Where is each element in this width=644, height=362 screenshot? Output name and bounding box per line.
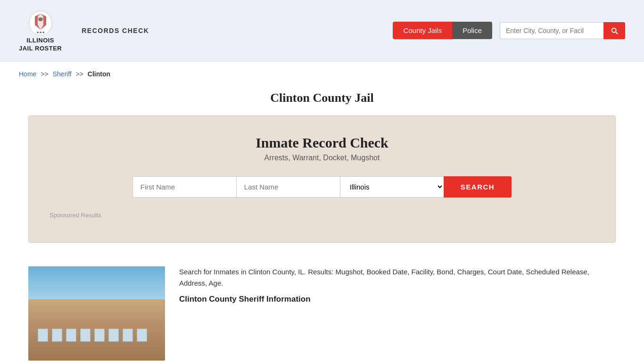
search-icon — [610, 26, 619, 35]
info-description: Search for Inmates in Clinton County, IL… — [179, 266, 616, 289]
county-jails-button[interactable]: County Jails — [393, 22, 452, 39]
jail-window — [94, 329, 105, 342]
last-name-input[interactable] — [236, 176, 340, 197]
site-logo[interactable]: ★★★ ILLINOISJAIL ROSTER — [19, 8, 62, 53]
info-text-area: Search for Inmates in Clinton County, IL… — [179, 266, 616, 307]
breadcrumb-current: Clinton — [88, 70, 110, 78]
first-name-input[interactable] — [132, 176, 236, 197]
inmate-search-button[interactable]: SEARCH — [444, 176, 512, 197]
page-title-area: Clinton County Jail — [0, 82, 644, 115]
site-header: ★★★ ILLINOISJAIL ROSTER RECORDS CHECK Co… — [0, 0, 644, 62]
jail-window — [108, 329, 119, 342]
jail-window — [38, 329, 48, 342]
jail-window — [52, 329, 62, 342]
photo-sky — [28, 266, 165, 302]
illinois-seal-icon: ★★★ — [28, 9, 53, 36]
jail-window — [123, 329, 133, 342]
state-select[interactable]: Illinois Alabama Alaska Arizona Arkansas… — [340, 176, 444, 197]
inmate-search-form: Illinois Alabama Alaska Arizona Arkansas… — [48, 176, 596, 197]
svg-point-3 — [38, 17, 43, 21]
header-right: County Jails Police — [393, 22, 625, 39]
svg-text:★★★: ★★★ — [36, 31, 45, 34]
jail-photo — [28, 266, 165, 361]
header-search-button[interactable] — [603, 22, 625, 39]
header-search-input[interactable] — [500, 22, 603, 39]
police-button[interactable]: Police — [452, 22, 492, 39]
bottom-section: Search for Inmates in Clinton County, IL… — [0, 257, 644, 362]
breadcrumb-sep-2: >> — [76, 70, 83, 78]
records-check-nav[interactable]: RECORDS CHECK — [82, 27, 149, 34]
sponsored-label: Sponsored Results — [48, 207, 596, 219]
logo-text: ILLINOISJAIL ROSTER — [19, 37, 62, 53]
jail-window — [66, 329, 76, 342]
header-search-bar — [500, 22, 625, 39]
jail-window — [137, 329, 147, 342]
record-check-subtitle: Arrests, Warrant, Docket, Mugshot — [48, 154, 596, 162]
record-check-heading: Inmate Record Check — [48, 135, 596, 151]
breadcrumb-sep-1: >> — [41, 70, 48, 78]
breadcrumb-home[interactable]: Home — [19, 70, 36, 78]
logo-flag-icon: ★★★ — [26, 8, 55, 37]
breadcrumb-sheriff[interactable]: Sheriff — [53, 70, 72, 78]
info-sheriff-heading: Clinton County Sheriff Information — [179, 295, 616, 304]
page-title: Clinton County Jail — [19, 91, 625, 105]
photo-windows — [38, 329, 156, 342]
record-check-box: Inmate Record Check Arrests, Warrant, Do… — [28, 115, 616, 243]
breadcrumb: Home >> Sheriff >> Clinton — [0, 62, 644, 82]
jail-window — [80, 329, 91, 342]
